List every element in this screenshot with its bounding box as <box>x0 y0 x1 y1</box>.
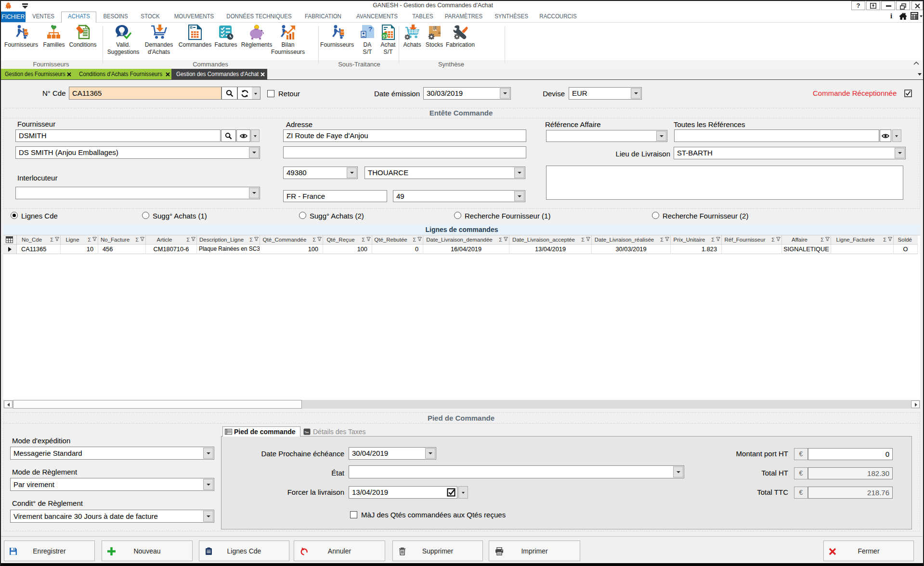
svg-text:Tax: Tax <box>304 431 309 434</box>
